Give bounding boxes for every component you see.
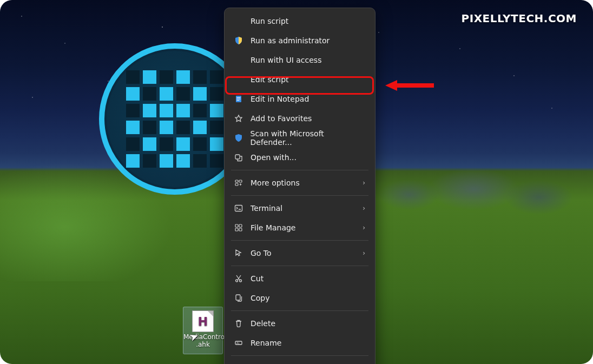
more-icon	[233, 177, 244, 188]
menu-item-rename[interactable]: A|Rename	[227, 333, 373, 353]
svg-rect-6	[239, 180, 242, 182]
pointer-icon	[233, 248, 244, 259]
menu-item-label: Cut	[251, 274, 263, 283]
menu-item-file-manage[interactable]: File Manage›	[227, 218, 373, 237]
menu-item-go-to[interactable]: Go To›	[227, 243, 373, 263]
menu-item-run-as-admin[interactable]: Run as administrator	[227, 31, 373, 50]
desktop-wallpaper: PIXELLYTECH.COM H MediaControl .ahk ➤ Ru…	[0, 0, 593, 364]
rename-icon: A|	[233, 337, 244, 348]
chevron-right-icon: ›	[363, 249, 365, 257]
svg-rect-11	[235, 228, 238, 231]
menu-item-run-script[interactable]: Run script	[227, 11, 373, 31]
desktop-icon-label-line1: MediaControl	[183, 333, 222, 341]
watermark-text: PIXELLYTECH.COM	[462, 12, 577, 25]
star-icon	[233, 113, 244, 124]
menu-item-open-with[interactable]: Open with...	[227, 148, 373, 167]
menu-separator	[231, 195, 368, 196]
svg-text:A|: A|	[236, 341, 239, 345]
chevron-right-icon: ›	[363, 224, 365, 231]
menu-item-label: Rename	[251, 339, 281, 347]
menu-separator	[231, 310, 368, 311]
notepad-icon	[233, 94, 244, 104]
svg-rect-3	[237, 100, 240, 101]
chevron-right-icon: ›	[363, 204, 365, 212]
menu-item-label: Open with...	[251, 153, 296, 162]
menu-item-label: Add to Favorites	[251, 114, 312, 123]
menu-item-label: Terminal	[251, 204, 282, 213]
svg-rect-5	[235, 180, 238, 182]
menu-item-label: Scan with Microsoft Defender...	[251, 129, 366, 147]
desktop-icon-label-line2: .ahk	[183, 341, 222, 348]
menu-item-label: Run as administrator	[251, 36, 330, 45]
menu-item-label: Edit script	[251, 75, 289, 84]
svg-rect-8	[235, 206, 242, 211]
menu-item-label: File Manage	[251, 223, 296, 232]
context-menu: Run scriptRun as administratorRun with U…	[224, 8, 375, 364]
svg-rect-9	[235, 224, 238, 227]
menu-item-edit-in-notepad[interactable]: Edit in Notepad	[227, 89, 373, 109]
svg-rect-15	[236, 295, 240, 300]
menu-item-delete[interactable]: Delete	[227, 314, 373, 333]
menu-item-edit-script[interactable]: Edit script	[227, 70, 373, 89]
menu-item-label: Delete	[251, 319, 275, 328]
menu-separator	[231, 266, 368, 266]
menu-item-label: Go To	[251, 249, 272, 257]
menu-item-label: Run with UI access	[251, 56, 321, 64]
ahk-file-icon: H	[192, 310, 214, 332]
menu-separator	[231, 355, 368, 356]
menu-separator	[231, 170, 368, 170]
svg-rect-2	[237, 99, 241, 100]
cut-icon	[233, 273, 244, 284]
grid-icon	[233, 222, 244, 233]
menu-item-copy[interactable]: Copy	[227, 288, 373, 308]
trash-icon	[233, 318, 244, 329]
terminal-icon	[233, 203, 244, 214]
menu-item-terminal[interactable]: Terminal›	[227, 198, 373, 218]
defender-icon	[233, 133, 244, 143]
chevron-right-icon: ›	[363, 179, 365, 187]
menu-item-properties[interactable]: Properties	[227, 359, 373, 364]
menu-item-cut[interactable]: Cut	[227, 269, 373, 288]
copy-icon	[233, 293, 244, 303]
desktop-icon-mediacontrol[interactable]: H MediaControl .ahk	[183, 307, 223, 354]
menu-item-add-favorites[interactable]: Add to Favorites	[227, 109, 373, 128]
svg-rect-7	[235, 183, 238, 186]
svg-rect-4	[235, 155, 240, 159]
menu-item-label: Copy	[251, 294, 270, 302]
openwith-icon	[233, 152, 244, 163]
menu-item-run-ui-access[interactable]: Run with UI access	[227, 50, 373, 70]
menu-item-label: Edit in Notepad	[251, 95, 309, 103]
svg-rect-10	[239, 224, 242, 227]
svg-rect-12	[239, 228, 242, 231]
menu-item-more-options[interactable]: More options›	[227, 173, 373, 193]
svg-rect-1	[237, 97, 241, 98]
menu-separator	[231, 240, 368, 241]
menu-item-scan-defender[interactable]: Scan with Microsoft Defender...	[227, 128, 373, 148]
menu-item-label: More options	[251, 178, 300, 187]
menu-item-label: Run script	[251, 17, 288, 25]
shield-icon	[233, 35, 244, 46]
clouds	[366, 151, 593, 233]
